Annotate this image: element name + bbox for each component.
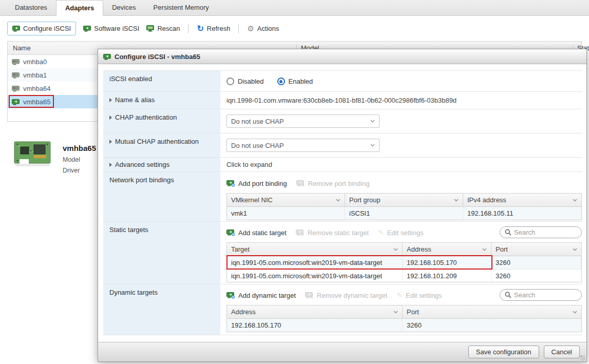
refresh-button[interactable]: ↻ Refresh	[197, 25, 230, 33]
gear-icon: ⚙	[247, 25, 254, 32]
dynamic-targets-search[interactable]	[500, 289, 582, 301]
chevron-down-icon	[370, 144, 375, 147]
mutual-chap-label: Mutual CHAP authentication	[115, 138, 199, 157]
cell-target: iqn.1991-05.com.microsoft:win2019-vm-dat…	[227, 256, 403, 269]
remove-dynamic-target-button: Remove dynamic target	[305, 292, 387, 299]
software-iscsi-label: Software iSCSI	[94, 25, 139, 32]
table-row[interactable]: 192.168.105.170 3260	[227, 319, 581, 332]
row-label: Static targets	[103, 222, 220, 284]
radio-disabled-control[interactable]	[226, 78, 234, 85]
radio-enabled[interactable]: Enabled	[277, 78, 313, 85]
expander-icon[interactable]	[109, 98, 112, 102]
remove-port-binding-button: Remove port binding	[296, 180, 370, 187]
cell-port: 3260	[491, 270, 581, 282]
column-header-port-group[interactable]: Port group	[345, 194, 463, 206]
edit-settings-button: ✎ Edit settings	[396, 292, 442, 299]
column-label: Address	[231, 308, 256, 316]
row-mutual-chap: Mutual CHAP authentication Do not use CH…	[103, 133, 582, 158]
remove-static-target-button: Remove static target	[296, 229, 369, 237]
add-static-target-button[interactable]: Add static target	[226, 229, 287, 237]
actions-button[interactable]: ⚙ Actions	[247, 25, 279, 32]
expander-icon[interactable]	[109, 163, 112, 167]
cancel-button[interactable]: Cancel	[544, 346, 580, 358]
row-iscsi-enabled: iSCSI enabled Disabled Enabled	[103, 71, 582, 92]
row-label: Advanced settings	[103, 158, 220, 171]
tab-persistent-memory[interactable]: Persistent Memory	[144, 0, 217, 15]
dialog-title: Configure iSCSI - vmhba65	[115, 53, 200, 61]
click-to-expand[interactable]: Click to expand	[226, 158, 582, 172]
column-label: Target	[231, 245, 250, 253]
cell-address: 192.168.105.170	[227, 319, 403, 332]
column-label: Port group	[349, 196, 381, 204]
adapter-details-model-label: Model	[63, 156, 96, 163]
adapter-details-title: vmhba65	[63, 144, 96, 152]
column-header-address[interactable]: Address	[403, 243, 491, 256]
column-header-name[interactable]: Name	[13, 44, 31, 52]
column-header-vmkernel-nic[interactable]: VMkernel NIC	[227, 194, 345, 206]
add-port-binding-button[interactable]: Add port binding	[226, 180, 287, 187]
add-static-target-label: Add static target	[238, 229, 287, 237]
cell-vmkernel-nic: vmk1	[227, 207, 345, 220]
column-header-port[interactable]: Port	[491, 243, 581, 256]
configure-iscsi-button[interactable]: Configure iSCSI	[7, 22, 76, 35]
configure-iscsi-label: Configure iSCSI	[23, 25, 71, 32]
radio-enabled-control[interactable]	[277, 78, 285, 85]
tab-devices[interactable]: Devices	[103, 0, 144, 15]
column-label: IPv4 address	[467, 196, 506, 204]
chevron-down-icon	[393, 311, 398, 314]
add-port-binding-label: Add port binding	[238, 180, 287, 187]
mutual-chap-dropdown[interactable]: Do not use CHAP	[226, 139, 379, 152]
cell-port: 3260	[403, 319, 581, 332]
add-dynamic-target-button[interactable]: Add dynamic target	[226, 292, 296, 299]
table-row[interactable]: iqn.1991-05.com.microsoft:win2019-vm-dat…	[227, 269, 581, 282]
radio-disabled-label: Disabled	[238, 78, 264, 85]
column-header-ipv4[interactable]: IPv4 address	[463, 194, 581, 206]
tab-datastores[interactable]: Datastores	[6, 0, 56, 15]
adapter-card-icon	[12, 85, 20, 92]
chevron-down-icon	[482, 248, 487, 251]
cell-ipv4: 192.168.105.11	[463, 207, 581, 220]
row-label: Dynamic targets	[103, 284, 220, 335]
dialog-title-bar[interactable]: Configure iSCSI - vmhba65	[98, 49, 586, 64]
column-header-target[interactable]: Target	[227, 243, 403, 256]
adapter-image	[13, 140, 52, 167]
column-header-port[interactable]: Port	[403, 305, 581, 318]
dynamic-targets-search-input[interactable]	[514, 291, 577, 299]
advanced-settings-label: Advanced settings	[115, 161, 169, 171]
expander-icon[interactable]	[109, 116, 112, 120]
table-row[interactable]: vmk1 iSCSI1 192.168.105.11	[227, 207, 581, 220]
row-label: Network port bindings	[103, 172, 220, 221]
tab-adapters[interactable]: Adapters	[56, 0, 103, 16]
adapter-details-text: vmhba65 Model Driver	[63, 140, 96, 174]
rescan-label: Rescan	[157, 25, 180, 32]
iscsi-enabled-label: iSCSI enabled	[109, 75, 152, 91]
rescan-button[interactable]: Rescan	[146, 25, 180, 32]
column-label: Port	[496, 245, 508, 253]
remove-static-target-label: Remove static target	[308, 229, 369, 237]
column-header-address[interactable]: Address	[227, 305, 403, 318]
pencil-icon: ✎	[396, 292, 403, 299]
table-row[interactable]: iqn.1991-05.com.microsoft:win2019-vm-dat…	[227, 256, 581, 269]
static-targets-search[interactable]	[500, 226, 582, 238]
row-advanced-settings: Advanced settings Click to expand	[103, 158, 582, 172]
cell-address: 192.168.105.170	[403, 256, 491, 269]
chevron-down-icon	[336, 199, 340, 202]
edit-settings-label: Edit settings	[387, 229, 424, 237]
cell-target: iqn.1991-05.com.microsoft:win2019-vm-dat…	[227, 270, 403, 282]
search-icon	[505, 229, 511, 236]
column-label: VMkernel NIC	[231, 196, 273, 204]
remove-adapter-icon	[296, 229, 305, 236]
remove-dynamic-target-label: Remove dynamic target	[317, 292, 387, 299]
static-targets-search-input[interactable]	[514, 228, 577, 236]
chap-dropdown[interactable]: Do not use CHAP	[226, 114, 379, 128]
dynamic-targets-table: Address Port 192.168.105.170 3260	[226, 305, 582, 332]
software-iscsi-button[interactable]: Software iSCSI	[83, 25, 139, 32]
resize-handle[interactable]	[580, 355, 585, 360]
expander-icon[interactable]	[109, 140, 112, 144]
save-configuration-button[interactable]: Save configuration	[468, 346, 539, 358]
edit-settings-label: Edit settings	[406, 292, 442, 299]
chevron-down-icon	[370, 120, 375, 123]
add-adapter-icon	[226, 180, 235, 187]
radio-disabled[interactable]: Disabled	[226, 78, 264, 85]
configure-iscsi-dialog: Configure iSCSI - vmhba65 iSCSI enabled …	[98, 49, 587, 362]
